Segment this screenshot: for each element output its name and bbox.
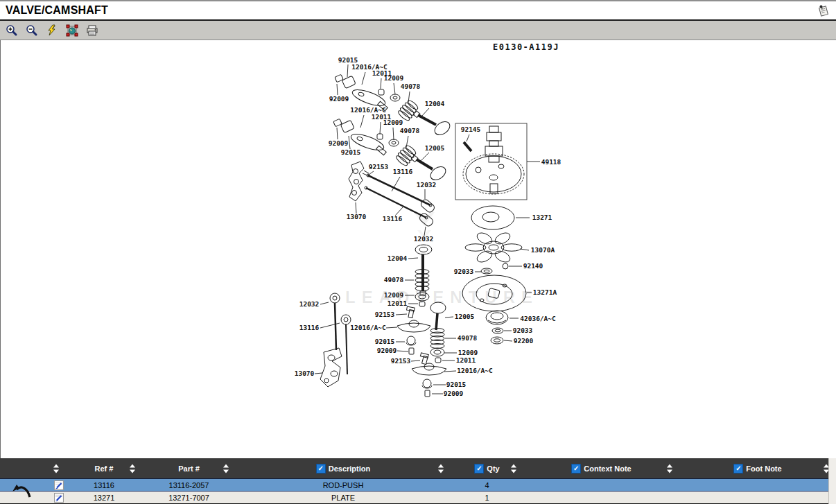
parts-table: Ref # Part # ✓ Description ✓ Qty ✓ Conte… <box>0 458 836 504</box>
part-number-callout: 92009 <box>329 95 349 103</box>
parts-catalog-window: VALVE/CAMSHAFT <box>0 0 836 504</box>
table-row[interactable]: 1311613116-2057ROD-PUSH4 <box>0 479 836 492</box>
callout-leader-line <box>397 351 408 351</box>
callout-leader-line <box>396 314 407 315</box>
part-number-callout: 92140 <box>523 262 543 270</box>
row-cell-ref: 13271 <box>66 492 142 503</box>
diagram-toolbar <box>0 21 836 40</box>
callout-leader-line <box>467 134 469 141</box>
sort-icon[interactable] <box>223 464 229 473</box>
checkbox-checked[interactable]: ✓ <box>316 464 326 473</box>
part-number-callout: 13116 <box>393 168 413 175</box>
sort-icon[interactable] <box>130 464 135 473</box>
row-cell-part: 13271-7007 <box>142 492 236 503</box>
checkbox-checked[interactable]: ✓ <box>474 464 484 473</box>
part-number-callout: 12016/A~C <box>457 367 493 374</box>
part-number-callout: 49078 <box>458 334 478 342</box>
part-number-callout: 92009 <box>377 347 397 354</box>
note-icon[interactable] <box>817 3 830 17</box>
col-header-context-note[interactable]: ✓ Context Note <box>523 458 679 478</box>
callout-leader-line <box>320 323 340 328</box>
part-number-callout: 92200 <box>514 337 534 345</box>
callout-leader-line <box>315 373 322 374</box>
part-number-callout: 12004 <box>387 254 408 262</box>
row-cell-icon <box>0 492 66 503</box>
part-number-callout: 12009 <box>458 349 478 356</box>
vertical-scrollbar[interactable] <box>828 458 836 504</box>
callout-leader-line <box>421 153 429 161</box>
part-number-callout: 92033 <box>454 268 474 275</box>
row-cell-foot-note <box>679 479 836 491</box>
hotspot-map-button[interactable] <box>65 24 79 37</box>
part-number-callout: 42036/A~C <box>520 315 556 322</box>
callout-leader-line <box>504 340 512 341</box>
undo-arrow-icon[interactable] <box>11 483 32 503</box>
callout-leader-line <box>362 72 365 85</box>
col-header-part[interactable]: Part # <box>142 458 236 478</box>
part-number-callout: 92015 <box>341 148 361 156</box>
part-number-callout: 92153 <box>375 311 395 318</box>
col-header-ref[interactable]: Ref # <box>66 458 142 478</box>
part-number-callout: 12009 <box>384 74 404 82</box>
part-number-callout: 12016/A~C <box>350 324 386 331</box>
title-bar: VALVE/CAMSHAFT <box>0 0 836 21</box>
part-number-callout: 12032 <box>299 300 320 308</box>
part-number-callout: 92033 <box>513 327 533 334</box>
edit-note-icon[interactable] <box>53 480 64 490</box>
part-number-callout: 12032 <box>417 181 437 189</box>
part-number-callout: 13070 <box>295 370 315 377</box>
part-number-callout: 12005 <box>455 313 475 320</box>
callout-leader-line <box>444 371 456 372</box>
callout-leader-line <box>347 64 348 77</box>
print-button[interactable] <box>85 24 99 37</box>
sort-icon[interactable] <box>53 464 59 473</box>
col-header-foot-note[interactable]: ✓ Foot Note <box>679 458 836 478</box>
callout-leader-line <box>367 171 374 176</box>
callout-leader-line <box>337 128 338 139</box>
callout-leader-line <box>408 258 418 259</box>
callout-leader-line <box>408 92 410 103</box>
col-header-select[interactable] <box>0 458 66 478</box>
part-number-callout: 92145 <box>461 125 481 133</box>
edit-note-icon[interactable] <box>53 492 64 503</box>
part-number-callout: 92153 <box>369 163 389 171</box>
row-cell-description: ROD-PUSH <box>236 479 451 491</box>
callout-leader-line <box>411 360 420 361</box>
part-number-callout: 12005 <box>425 144 445 152</box>
part-number-callout: 49118 <box>541 158 561 166</box>
table-row[interactable]: 1327113271-7007PLATE1 <box>0 492 836 504</box>
col-header-qty[interactable]: ✓ Qty <box>451 458 523 478</box>
sort-icon[interactable] <box>438 464 444 473</box>
part-number-callout: 12009 <box>383 119 403 126</box>
part-number-callout: 13070A <box>531 246 555 254</box>
checkbox-checked[interactable]: ✓ <box>571 464 581 473</box>
callout-leader-line <box>381 78 381 89</box>
checkbox-checked[interactable]: ✓ <box>733 464 743 473</box>
page-title: VALVE/CAMSHAFT <box>6 4 108 17</box>
part-number-callout: 13116 <box>383 215 403 223</box>
diagram-canvas[interactable]: LEADVENTURE E0130-A119J <box>0 40 836 458</box>
part-number-callout: 49078 <box>400 127 420 134</box>
row-cell-foot-note <box>679 492 836 503</box>
diagram-code: E0130-A119J <box>493 42 559 52</box>
callout-leader-line <box>520 249 529 250</box>
flash-highlight-button[interactable] <box>45 24 59 37</box>
row-cell-qty: 1 <box>451 492 523 503</box>
callout-leader-line <box>380 122 381 134</box>
callout-leader-line <box>393 128 394 140</box>
part-number-callout: 13271A <box>533 288 557 296</box>
callout-leader-line <box>360 115 364 128</box>
part-number-callout: 49078 <box>401 82 421 90</box>
zoom-out-button[interactable] <box>25 24 39 37</box>
col-header-description[interactable]: ✓ Description <box>236 458 451 478</box>
sort-icon[interactable] <box>667 464 672 473</box>
callout-leader-line <box>349 136 350 149</box>
callout-leader-line <box>421 108 429 116</box>
zoom-in-button[interactable] <box>5 24 19 37</box>
parts-table-body: 1311613116-2057ROD-PUSH41327113271-7007P… <box>0 479 836 504</box>
part-number-callout: 92153 <box>391 357 411 365</box>
sort-icon[interactable] <box>511 464 516 473</box>
part-number-callout: 13271 <box>532 214 552 221</box>
callout-leader-line <box>356 202 356 214</box>
part-number-callout: 13116 <box>299 324 320 331</box>
